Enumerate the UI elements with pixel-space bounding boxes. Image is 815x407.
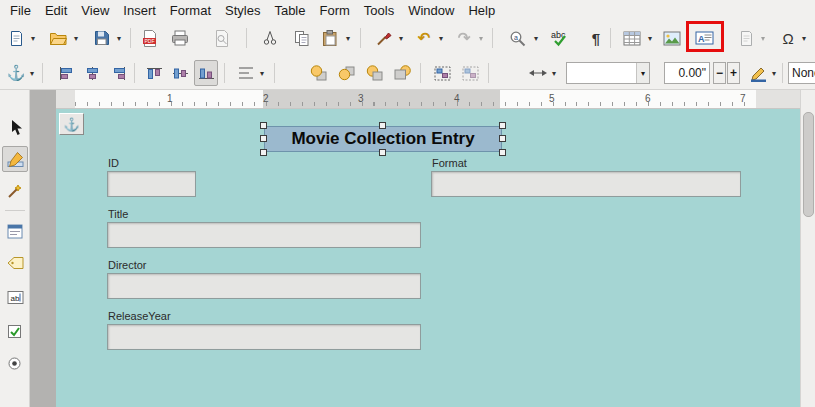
cut-button[interactable] <box>258 25 282 51</box>
align-top-button[interactable] <box>142 60 166 86</box>
select-tool-button[interactable] <box>2 114 28 140</box>
form-wizard-button[interactable] <box>2 178 28 204</box>
line-arrow-style-button[interactable] <box>526 60 550 86</box>
dropdown-arrow-icon[interactable]: ▾ <box>798 25 810 51</box>
director-field-box[interactable] <box>107 273 421 299</box>
dropdown-arrow-icon[interactable]: ▾ <box>26 60 38 86</box>
clone-formatting-button[interactable] <box>372 25 396 51</box>
dropdown-arrow-icon[interactable]: ▾ <box>475 25 487 51</box>
open-button[interactable] <box>46 25 70 51</box>
line-width-input[interactable]: 0.00" <box>664 62 710 84</box>
selection-handle[interactable] <box>499 149 506 156</box>
insert-table-button[interactable] <box>620 25 644 51</box>
dropdown-arrow-icon[interactable]: ▾ <box>70 25 82 51</box>
export-pdf-button[interactable]: PDF <box>138 25 162 51</box>
bring-to-front-button[interactable] <box>306 60 330 86</box>
vertical-scrollbar[interactable] <box>800 90 815 407</box>
menu-file[interactable]: File <box>3 2 38 19</box>
save-button[interactable] <box>90 25 114 51</box>
selection-handle[interactable] <box>379 122 386 129</box>
menu-view[interactable]: View <box>74 2 116 19</box>
menu-format[interactable]: Format <box>163 2 218 19</box>
dropdown-arrow-icon[interactable]: ▾ <box>395 25 407 51</box>
chevron-down-icon[interactable]: ▾ <box>636 63 649 83</box>
ungroup-button[interactable] <box>458 60 482 86</box>
line-style-select[interactable]: ▾ <box>566 62 650 84</box>
id-field-box[interactable] <box>107 171 196 197</box>
format-label[interactable]: Format <box>432 157 467 169</box>
releaseyear-label[interactable]: ReleaseYear <box>108 310 171 322</box>
send-to-back-button[interactable] <box>390 60 414 86</box>
selection-handle[interactable] <box>379 149 386 156</box>
form-canvas[interactable]: ⚓ Movie Collection Entry ID Format Title… <box>56 109 800 407</box>
selection-handle[interactable] <box>499 135 506 142</box>
align-left-button[interactable] <box>54 60 78 86</box>
title-field-box[interactable] <box>107 222 421 248</box>
label-field-button[interactable] <box>2 250 28 276</box>
line-color-button[interactable] <box>746 60 770 86</box>
selection-handle[interactable] <box>260 122 267 129</box>
menu-insert[interactable]: Insert <box>116 2 163 19</box>
insert-image-button[interactable] <box>660 25 684 51</box>
spelling-button[interactable]: abc <box>548 25 572 51</box>
send-backward-button[interactable] <box>362 60 386 86</box>
check-box-button[interactable] <box>2 318 28 344</box>
dropdown-arrow-icon[interactable]: ▾ <box>768 60 780 86</box>
selection-handle[interactable] <box>260 149 267 156</box>
selection-handle[interactable] <box>499 122 506 129</box>
form-properties-button[interactable] <box>2 218 28 244</box>
print-button[interactable] <box>168 25 192 51</box>
dropdown-arrow-icon[interactable]: ▾ <box>548 60 560 86</box>
menu-window[interactable]: Window <box>401 2 461 19</box>
dropdown-arrow-icon[interactable]: ▾ <box>644 25 656 51</box>
area-style-select[interactable]: None ▾ <box>788 62 815 84</box>
scrollbar-thumb[interactable] <box>803 112 814 217</box>
menu-styles[interactable]: Styles <box>218 2 267 19</box>
align-right-button[interactable] <box>106 60 130 86</box>
special-character-button[interactable]: Ω <box>776 25 800 51</box>
undo-button[interactable]: ↶ <box>412 25 436 51</box>
dropdown-arrow-icon[interactable]: ▾ <box>342 25 354 51</box>
new-document-button[interactable] <box>4 25 28 51</box>
paste-button[interactable] <box>318 25 342 51</box>
anchor-marker-icon[interactable]: ⚓ <box>59 113 84 135</box>
print-preview-button[interactable] <box>210 25 234 51</box>
align-bottom-button[interactable] <box>194 60 218 86</box>
menu-tools[interactable]: Tools <box>357 2 401 19</box>
id-label[interactable]: ID <box>108 157 119 169</box>
horizontal-ruler[interactable]: 1 2 3 4 5 6 7 <box>56 90 800 109</box>
format-field-box[interactable] <box>431 171 741 197</box>
dropdown-arrow-icon[interactable]: ▾ <box>757 25 769 51</box>
redo-button[interactable]: ↷ <box>452 25 476 51</box>
director-label[interactable]: Director <box>108 259 147 271</box>
align-middle-button[interactable] <box>168 60 192 86</box>
dropdown-arrow-icon[interactable]: ▾ <box>113 25 125 51</box>
menu-help[interactable]: Help <box>461 2 502 19</box>
releaseyear-field-box[interactable] <box>107 324 421 350</box>
dropdown-arrow-icon[interactable]: ▾ <box>27 25 39 51</box>
dropdown-arrow-icon[interactable]: ▾ <box>530 25 542 51</box>
formatting-marks-button[interactable]: ¶ <box>584 25 608 51</box>
dropdown-arrow-icon[interactable]: ▾ <box>435 25 447 51</box>
insert-field-button[interactable] <box>734 25 758 51</box>
find-replace-button[interactable]: a <box>506 25 530 51</box>
menu-edit[interactable]: Edit <box>38 2 74 19</box>
copy-button[interactable] <box>290 25 314 51</box>
frame-toolbar: ⚓ ▾ ▾ ▾ ▾ 0.00" − + ▾ None <box>0 56 815 90</box>
dropdown-arrow-icon[interactable]: ▾ <box>256 60 268 86</box>
align-center-button[interactable] <box>80 60 104 86</box>
line-width-increase-button[interactable]: + <box>727 62 740 84</box>
align-objects-button[interactable] <box>234 60 258 86</box>
menu-table[interactable]: Table <box>267 2 312 19</box>
form-title-object[interactable]: Movie Collection Entry <box>264 126 502 152</box>
option-button-tool[interactable] <box>2 350 28 376</box>
anchor-button[interactable]: ⚓ <box>4 60 28 86</box>
selection-handle[interactable] <box>260 135 267 142</box>
menu-form[interactable]: Form <box>312 2 356 19</box>
title-label[interactable]: Title <box>108 208 128 220</box>
bring-forward-button[interactable] <box>334 60 358 86</box>
design-mode-button[interactable] <box>2 146 28 172</box>
group-button[interactable] <box>430 60 454 86</box>
line-width-decrease-button[interactable]: − <box>713 62 726 84</box>
text-box-button[interactable]: ab <box>2 284 28 310</box>
